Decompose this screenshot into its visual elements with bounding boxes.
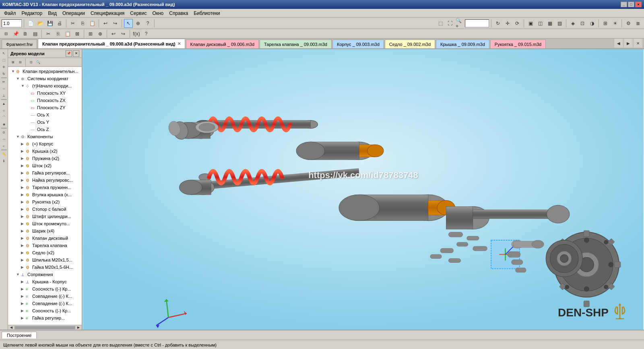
rotate2-btn[interactable]: ⟳ [513,19,522,28]
tb2-1[interactable]: ⊟ [2,29,10,38]
tree-item-kryshka-korpus[interactable]: ▶ ⊥ Крышка - Корпус [8,278,82,285]
light-btn[interactable]: ☀ [611,19,619,28]
tree-item-kryshka[interactable]: ▶ ⚙ Крышка (x2) [8,147,82,155]
render-btn[interactable]: ◈ [568,19,577,28]
close-button[interactable]: × [635,2,642,7]
tree-close[interactable]: ✕ [73,50,79,57]
help-btn[interactable]: ? [143,19,152,28]
minimize-button[interactable]: _ [621,2,627,7]
tree-item-klap-disk[interactable]: ▶ ⚙ Клапан дисковый [8,235,82,242]
tree-item-planezy[interactable]: ▭ Плоскость ZY [8,104,82,111]
tree-item-stopor[interactable]: ▶ ⚙ Стопор с балкой [8,206,82,213]
copy-btn[interactable]: ⎘ [78,19,87,28]
lt-loft[interactable]: ◈ [1,121,7,127]
lt-revolve[interactable]: ○ [1,107,7,114]
tree-gaika1-toggle[interactable]: ▶ [21,171,26,175]
tab-disk-valve[interactable]: Клапан дисковый _ 09.006.m3d [186,39,259,48]
tree-item-components[interactable]: ▼ ⚙ Компоненты [8,133,82,140]
menu-edit[interactable]: Редактор [19,10,45,17]
tb2-6[interactable]: ⎘ [54,29,62,38]
tree-soosn2-toggle[interactable]: ▶ [21,309,26,313]
lt-measure[interactable]: 📏 [1,151,7,157]
tb2-grid[interactable]: ⊞ [86,29,95,38]
cut-btn[interactable]: ✂ [68,19,77,28]
tree-kk-toggle[interactable]: ▶ [21,280,26,284]
tree-item-sharik[interactable]: ▶ ⚙ Шарик (x4) [8,227,82,235]
tab-tarka[interactable]: Тарелка клапана _ 09.003.m3d [260,39,332,48]
zoom-value-input[interactable]: 0.2825 [465,19,489,27]
scale-input[interactable] [2,19,22,27]
rotate-btn[interactable]: ↻ [493,19,502,28]
tree-root-toggle[interactable]: ▼ [11,69,16,73]
lt-extrude[interactable]: ▲ [1,100,7,107]
save-btn[interactable]: 💾 [45,19,54,28]
tree-item-origin[interactable]: ▼ ⊹ (т)Начало коорди... [8,82,82,89]
tree-item-syskoord[interactable]: ▼ ⊕ Системы координат [8,75,82,82]
tree-pin[interactable]: 📌 [66,50,72,57]
tree-vtulka-toggle[interactable]: ▶ [21,193,26,197]
paste-btn[interactable]: 📋 [88,19,97,28]
tree-sharik-toggle[interactable]: ▶ [21,229,26,233]
tree-scroll-left[interactable]: ◀ [9,326,14,330]
undo-btn[interactable]: ↩ [101,19,110,28]
zoom-all-btn[interactable]: ⛶ [446,19,454,28]
lt-props[interactable]: ℹ [1,158,7,164]
tree-item-sopr[interactable]: ▼ ⊥ Сопряжения [8,271,82,278]
menu-view[interactable]: Вид [45,10,59,17]
menu-operations[interactable]: Операции [60,10,87,17]
tree-korpus-toggle[interactable]: ▶ [21,142,26,146]
tree-tarelka-pr-toggle[interactable]: ▶ [21,185,26,189]
tree-sedlo-toggle[interactable]: ▶ [21,251,26,255]
tree-scroll-right[interactable]: ▶ [76,326,81,330]
tree-tb-filter[interactable]: ⊡ [28,59,34,66]
tree-gaika2-toggle[interactable]: ▶ [21,178,26,182]
tab-kryshka[interactable]: Крышка _ 09.009.m3d [436,39,489,48]
tree-tb-collapse[interactable]: ⊟ [17,59,23,66]
tab-main-close[interactable]: ✕ [178,42,181,46]
tree-item-korpus[interactable]: ▶ ⚙ (+) Корпус [8,140,82,147]
component-btn[interactable]: ⚙ [624,19,633,28]
view3d-4[interactable]: ▧ [555,19,564,28]
tb2-5[interactable]: ✂ [44,29,53,38]
menu-service[interactable]: Сервис [128,10,149,17]
tree-gaika-m20-toggle[interactable]: ▶ [21,265,26,269]
tab-corpus[interactable]: Корпус _ 09.003.m3d [332,39,384,48]
tree-gaika-last-toggle[interactable]: ▶ [21,316,26,320]
lt-sketch[interactable]: ✏ [1,79,7,85]
tab-close-all[interactable]: ✕ [634,39,642,48]
wire-btn[interactable]: ⊡ [578,19,587,28]
tb2-7[interactable]: 📋 [63,29,72,38]
tree-content[interactable]: ▼ ⚙ Клапан предохранительн... ▼ ⊕ Систем… [8,67,82,325]
tree-item-sovp1[interactable]: ▶ ≡ Совпадение ((-) К... [8,293,82,300]
tree-item-soosn2[interactable]: ▶ ≡ Соосность ((-) Кр... [8,307,82,314]
tree-item-shpilka[interactable]: ▶ ⚙ Шпилька М20х1,5... [8,256,82,264]
tree-shtok-toggle[interactable]: ▶ [21,164,26,168]
tb2-b[interactable]: ? [142,29,151,38]
lt-pan[interactable]: ✛ [1,64,7,70]
lt-fillet[interactable]: ⌓ [1,136,7,142]
lt-dim[interactable]: ↔ [1,85,7,92]
lt-constraint[interactable]: ⊥ [1,92,7,99]
menu-libraries[interactable]: Библиотеки [191,10,222,17]
tree-stopor-toggle[interactable]: ▶ [21,207,26,211]
viewport[interactable]: https://vk.com/id78783748 DEN-SHP [83,49,644,330]
tree-item-soosn1[interactable]: ▶ ≡ Соосность ((-) Кр... [8,285,82,293]
tb2-redo[interactable]: ↪ [119,29,128,38]
view3d-2[interactable]: ◫ [536,19,545,28]
tree-item-gaika-last[interactable]: ▶ ≡ Гайка регулир... [8,314,82,322]
tb2-8[interactable]: ⊠ [73,29,82,38]
tb2-4[interactable]: ▤ [31,29,39,38]
menu-specification[interactable]: Спецификация [88,10,127,17]
tree-kryshka-toggle[interactable]: ▶ [21,149,26,153]
tree-shtift-toggle[interactable]: ▶ [21,214,26,218]
snap-btn[interactable]: ⊕ [134,19,142,28]
tree-item-gaika2[interactable]: ▶ ⚙ Найка регулировс... [8,177,82,184]
shade-btn[interactable]: ◑ [588,19,597,28]
tree-item-sovp2[interactable]: ▶ ≡ Совпадение ((-) К... [8,300,82,307]
lt-sweep[interactable]: ⌒ [1,114,7,120]
view3d-1[interactable]: ▣ [526,19,535,28]
tree-item-shtok[interactable]: ▶ ⚙ Шток (x2) [8,162,82,169]
tree-item-shtok-pr[interactable]: ▶ ⚙ Шток промежуто... [8,220,82,227]
tree-sovp1-toggle[interactable]: ▶ [21,294,26,298]
tab-sedlo[interactable]: Седло _ 09.002.m3d [385,39,435,48]
